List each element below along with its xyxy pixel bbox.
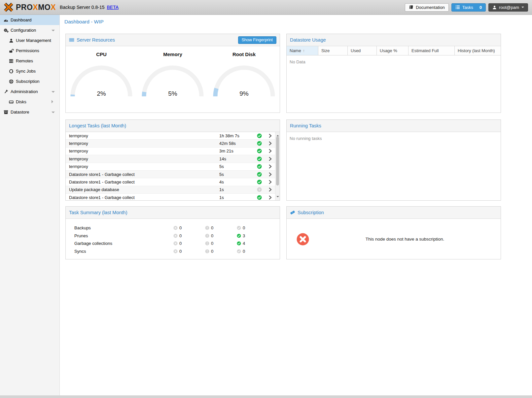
scroll-up-arrow[interactable] (276, 134, 279, 136)
chevron-right-icon[interactable] (265, 133, 275, 138)
ok-status-icon (253, 156, 265, 161)
no-subscription-icon (297, 233, 309, 246)
sidebar-item-dashboard[interactable]: Dashboard (0, 15, 59, 25)
sidebar-item-configuration[interactable]: Configuration (0, 25, 59, 35)
datastore-usage-empty-text: No Data (287, 55, 501, 64)
sidebar-item-sync-jobs[interactable]: Sync Jobs (0, 66, 59, 76)
documentation-button[interactable]: Documentation (405, 3, 448, 12)
ok-count-icon (237, 249, 241, 253)
subscription-title: Subscription (298, 210, 324, 215)
column-header-estimated-full[interactable]: Estimated Full (408, 46, 455, 55)
ok-status-icon (253, 180, 265, 184)
chevron-right-icon[interactable] (265, 172, 275, 177)
bottom-bar (0, 395, 532, 398)
top-bar: PROXMOX Backup Server 0.8-15 BETA Docume… (0, 0, 532, 15)
chevron-right-icon[interactable] (265, 180, 275, 184)
task-row[interactable]: termproxy 42m 58s (66, 140, 275, 147)
user-icon (9, 38, 14, 43)
task-row[interactable]: Datastore store1 - Garbage collect 5s (66, 171, 275, 178)
sync-refresh-icon (9, 69, 14, 74)
chevron-right-icon[interactable] (52, 100, 55, 103)
running-tasks-empty-text: No running tasks (287, 132, 501, 141)
running-tasks-title: Running Tasks (290, 123, 321, 128)
error-count-icon (173, 249, 178, 253)
summary-row-garbage-collections: Garbage collections 0 0 4 (66, 240, 280, 248)
unknown-status-icon: ? (253, 187, 265, 192)
sidebar-item-administration[interactable]: Administration (0, 86, 59, 97)
warning-count-icon (205, 234, 209, 238)
show-fingerprint-button[interactable]: Show Fingerprint (238, 36, 277, 44)
svg-text:?: ? (258, 188, 260, 191)
gears-icon (3, 28, 9, 33)
chevron-down-icon[interactable] (52, 91, 55, 94)
task-row[interactable]: termproxy 14s (66, 155, 275, 163)
vertical-scrollbar[interactable] (275, 132, 280, 200)
task-summary-title: Task Summary (last Month) (69, 210, 127, 215)
tasks-button[interactable]: Tasks 0 (451, 3, 486, 12)
chevron-down-icon[interactable] (52, 30, 55, 33)
summary-row-backups: Backups 0 0 0 (66, 224, 280, 232)
chevron-right-icon[interactable] (265, 149, 275, 153)
unlock-icon (9, 49, 14, 53)
scroll-down-arrow[interactable] (276, 196, 279, 199)
task-row[interactable]: termproxy 5s (66, 163, 275, 171)
documentation-label: Documentation (416, 5, 444, 10)
sidebar-item-permissions[interactable]: Permissions (0, 46, 59, 56)
ok-status-icon (253, 164, 265, 169)
sort-asc-icon: ↑ (303, 49, 305, 53)
datastore-usage-table-header: Name↑ Size Used Usage % Estimated Full H… (287, 46, 501, 55)
summary-row-syncs: Syncs 0 0 0 (66, 248, 280, 255)
chevron-right-icon[interactable] (265, 156, 275, 161)
chevron-right-icon[interactable] (265, 187, 275, 192)
proxmox-x-icon (3, 2, 14, 13)
sidebar-item-user-management[interactable]: User Management (0, 35, 59, 46)
task-row[interactable]: Update package database 1s ? (66, 186, 275, 194)
ok-status-icon (253, 133, 265, 138)
sidebar-item-subscription[interactable]: Subscription (0, 76, 59, 86)
product-version: Backup Server 0.8-15 (60, 5, 104, 10)
ok-status-icon (253, 141, 265, 146)
column-header-used[interactable]: Used (348, 46, 377, 55)
column-header-name[interactable]: Name↑ (287, 46, 318, 55)
column-header-usage-pct[interactable]: Usage % (377, 46, 408, 55)
longest-tasks-panel: Longest Tasks (last Month) termproxy 1h … (65, 119, 280, 201)
column-header-history[interactable]: History (last Month) (455, 46, 501, 55)
chevron-right-icon[interactable] (265, 164, 275, 169)
proxmox-logo: PROXMOX (3, 2, 56, 13)
ok-count-icon (237, 234, 241, 238)
tasks-label: Tasks (462, 5, 473, 10)
error-count-icon (173, 226, 178, 230)
scrollbar-thumb[interactable] (276, 137, 279, 185)
warning-count-icon (205, 241, 209, 246)
sidebar-item-remotes[interactable]: Remotes (0, 56, 59, 66)
datastore-usage-title: Datastore Usage (290, 37, 326, 43)
page-title: Dashboard - WIP (64, 19, 104, 25)
chevron-down-icon[interactable] (52, 112, 55, 115)
longest-tasks-title: Longest Tasks (last Month) (69, 123, 126, 128)
task-row[interactable]: termproxy 3m 21s (66, 148, 275, 155)
chevron-right-icon[interactable] (265, 141, 275, 146)
cpu-gauge-value: 2% (70, 90, 133, 97)
sidebar-item-disks[interactable]: Disks (0, 97, 59, 107)
task-row[interactable]: Datastore store1 - Garbage collect 1s (66, 194, 275, 200)
user-icon (492, 5, 497, 10)
column-header-size[interactable]: Size (318, 46, 348, 55)
cpu-gauge: CPU 2% (68, 51, 134, 97)
beta-link[interactable]: BETA (107, 5, 119, 10)
task-summary-panel: Task Summary (last Month) Backups 0 0 0 … (65, 206, 280, 259)
warning-count-icon (205, 226, 209, 230)
subscription-panel: Subscription This node does not have a s… (286, 206, 501, 259)
sidebar-item-datastore[interactable]: Datastore (0, 107, 59, 117)
task-row[interactable]: Datastore store1 - Garbage collect 4s (66, 178, 275, 186)
user-menu-button[interactable]: root@pam (488, 3, 528, 12)
error-count-icon (173, 241, 178, 246)
server-resources-title: Server Resources (77, 37, 115, 43)
root-disk-gauge: Root Disk 9% (211, 51, 277, 97)
book-icon (409, 5, 413, 10)
chevron-right-icon[interactable] (265, 195, 275, 200)
main-content: Dashboard - WIP Server Resources Show Fi… (60, 15, 532, 395)
task-row[interactable]: termproxy 1h 38m 7s (66, 132, 275, 140)
memory-gauge: Memory 5% (140, 51, 206, 97)
brand-text: PROXMOX (16, 3, 56, 12)
subscription-message: This node does not have a subscription. (309, 237, 501, 242)
